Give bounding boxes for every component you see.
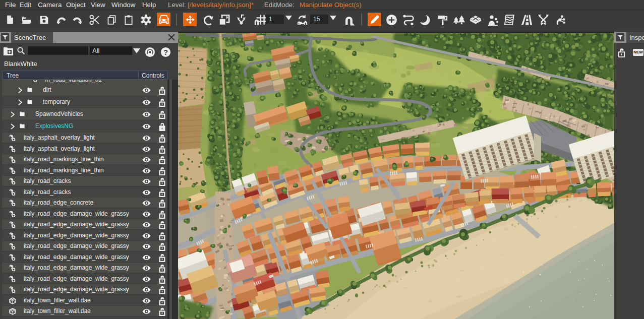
- svg-text:?: ?: [163, 48, 168, 56]
